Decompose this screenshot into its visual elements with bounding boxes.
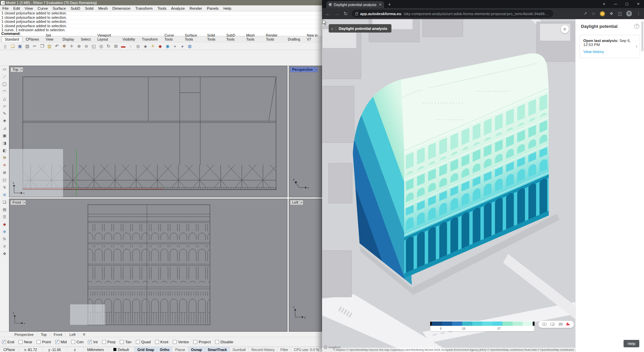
viewport-left[interactable]: z y Left▾ — [289, 199, 322, 332]
view-history-link[interactable]: View history — [583, 50, 604, 54]
osnap-toggle[interactable]: Disable — [215, 340, 233, 344]
status-toggle[interactable]: Planar — [172, 347, 188, 352]
panel-scrollbar[interactable] — [641, 21, 643, 51]
sidebar-tool-icon[interactable]: ↻ — [1, 236, 8, 242]
zoom-extents-icon[interactable]: ◎ — [98, 43, 104, 49]
color-wheel-icon[interactable]: ◉ — [164, 43, 171, 49]
osnap-toggle[interactable]: Tan — [120, 340, 131, 344]
viewport-tab[interactable]: Left — [66, 333, 79, 337]
back-chevron-icon[interactable]: ‹ — [331, 26, 333, 31]
status-toggle[interactable]: Grid Snap — [135, 347, 157, 352]
toolbar-tab[interactable]: SubD Tools — [223, 32, 243, 42]
toolbar-tab[interactable]: New in V7 — [304, 32, 322, 42]
sidebar-tool-icon[interactable]: ⊕ — [1, 229, 8, 235]
rendered-sphere-icon[interactable]: ◕ — [179, 43, 185, 49]
osnap-checkbox[interactable] — [136, 340, 140, 344]
osnap-checkbox[interactable] — [102, 340, 106, 344]
sidebar-tool-icon[interactable]: ◨ — [1, 140, 8, 146]
new-tab-button[interactable]: + — [388, 1, 391, 8]
viewport-menu-caret[interactable]: ▾ — [315, 67, 318, 72]
close-icon[interactable]: ✕ — [633, 0, 644, 8]
sidebar-tool-icon[interactable]: ⚒ — [1, 155, 8, 161]
sidebar-tool-icon[interactable]: ⊚ — [1, 192, 8, 198]
toolbar-tab[interactable]: Surface Tools — [181, 32, 204, 42]
sidebar-tool-icon[interactable]: ✎ — [1, 111, 8, 116]
menu-item[interactable]: Analyze — [169, 6, 187, 10]
toolbar-tab[interactable]: Render Tools — [263, 32, 284, 42]
viewport-tab[interactable]: Top — [38, 333, 50, 337]
toolbar-tab[interactable]: Viewport Layout — [94, 32, 119, 42]
osnap-checkbox[interactable] — [71, 340, 75, 344]
osnap-toggle[interactable]: Vertex — [173, 340, 189, 344]
viewport-tab[interactable]: Front — [51, 333, 66, 337]
menu-item[interactable]: Panels — [205, 6, 221, 10]
rotate-view-icon[interactable]: ↻ — [105, 43, 112, 49]
undo-icon[interactable]: ↶ — [54, 43, 60, 49]
osnap-checkbox[interactable] — [155, 340, 159, 344]
menu-item[interactable]: SubD — [68, 6, 83, 10]
viewport-perspective[interactable]: y x Perspective▾ — [289, 66, 322, 197]
toolbar-tab[interactable]: Curve Tools — [161, 32, 182, 42]
zoom-out-icon[interactable]: ⊖ — [83, 43, 90, 49]
sidebar-tool-icon[interactable]: ▤ — [1, 207, 8, 212]
help-circle-icon[interactable]: ? — [634, 24, 639, 29]
viewport-top[interactable]: x y Top▾ — [9, 66, 287, 197]
status-toggle[interactable]: SmartTrack — [205, 347, 230, 352]
sidebar-tool-icon[interactable]: ◧ — [1, 148, 8, 153]
hide-icon[interactable]: ◍ — [135, 43, 141, 49]
sidebar-tool-icon[interactable]: ◯ — [1, 81, 8, 87]
sidebar-tool-icon[interactable]: ◰ — [1, 177, 8, 183]
toolbar-tab[interactable]: Mesh Tools — [243, 32, 263, 42]
menu-item[interactable]: Dimension — [110, 6, 133, 10]
osnap-toggle[interactable]: Knot — [155, 340, 168, 344]
menu-item[interactable]: View — [22, 6, 35, 10]
menu-item[interactable]: Help — [221, 6, 234, 10]
menu-item[interactable]: Curve — [35, 6, 50, 10]
move-icon[interactable]: ✛ — [68, 43, 75, 49]
menu-item[interactable]: File — [0, 6, 11, 10]
toolbar-tab[interactable]: Transform — [139, 36, 161, 42]
viewport-label-left[interactable]: Left▾ — [290, 200, 303, 205]
menu-item[interactable]: Surface — [50, 6, 68, 10]
osnap-checkbox[interactable] — [193, 340, 197, 344]
toolbar-tab[interactable]: Drafting — [284, 36, 304, 42]
sidebar-tool-icon[interactable]: ❏ — [1, 199, 8, 205]
extension-icon[interactable] — [600, 11, 605, 16]
osnap-toggle[interactable]: Mid — [55, 340, 67, 344]
osnap-toggle[interactable]: Quad — [136, 340, 151, 344]
viewport-label-perspective[interactable]: Perspective▾ — [290, 67, 318, 72]
toolbar-tab[interactable]: Display — [59, 36, 77, 42]
status-layer[interactable]: Default — [108, 347, 135, 352]
extensions-puzzle-icon[interactable]: ❖ — [609, 11, 613, 16]
rhino-title-bar[interactable]: ◑ Model 1 (3 MB) - Rhino 7 Evaluation (7… — [0, 0, 322, 5]
toolbar-tab[interactable]: Solid Tools — [204, 32, 223, 42]
osnap-checkbox[interactable] — [2, 340, 6, 344]
add-viewport-icon[interactable]: ⊕ — [79, 333, 88, 336]
new-file-icon[interactable]: ▯ — [2, 43, 8, 49]
sidebar-tool-icon[interactable]: ▭ — [1, 66, 8, 72]
cut-icon[interactable]: ✂ — [32, 43, 38, 49]
back-icon[interactable]: ← — [325, 11, 330, 16]
toolbar-tab[interactable]: Visibility — [119, 36, 139, 42]
menu-item[interactable]: Solid — [83, 6, 96, 10]
screenshot-camera-icon[interactable] — [550, 323, 555, 326]
sidebar-tool-icon[interactable]: ◆ — [1, 221, 8, 227]
kebab-menu-icon[interactable]: ⋮ — [636, 11, 641, 16]
osnap-toggle[interactable]: Int — [88, 340, 98, 344]
toolbar-tab[interactable]: CPlanes — [22, 36, 43, 42]
toolbar-tab[interactable]: Select — [77, 36, 94, 42]
compass-button[interactable]: ✛ — [561, 25, 569, 33]
help-button[interactable]: Help — [624, 340, 639, 347]
toolbar-tab[interactable]: Standard — [1, 36, 22, 42]
lightbulb-icon[interactable]: ☀ — [150, 43, 156, 49]
browser-tab[interactable]: Daylight potential analysis ✕ — [326, 1, 384, 8]
viewport-label-top[interactable]: Top▾ — [10, 67, 23, 72]
copy-icon[interactable]: ❐ — [39, 43, 45, 49]
globe-icon[interactable]: ◍ — [186, 43, 193, 49]
compass-bearing-icon[interactable] — [566, 322, 571, 326]
status-toggle[interactable]: Gumball — [230, 347, 249, 352]
viewport-menu-caret[interactable]: ▾ — [23, 200, 26, 205]
sidebar-tool-icon[interactable]: ▣ — [1, 133, 8, 139]
forward-icon[interactable]: → — [334, 11, 339, 16]
paste-icon[interactable]: ▥ — [46, 43, 53, 49]
